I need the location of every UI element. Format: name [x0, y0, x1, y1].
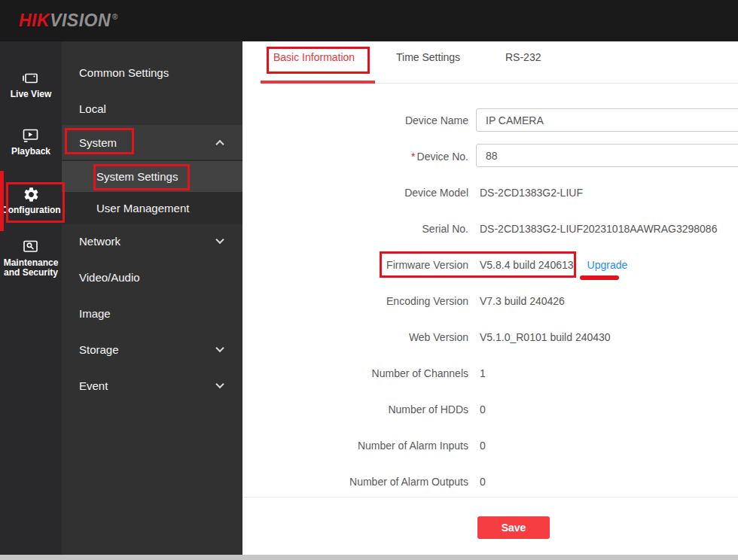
number-of-alarm-inputs-row: Number of Alarm Inputs 0 [242, 438, 738, 453]
hikvision-logo: HIKVISION® [19, 11, 118, 31]
menu-item-user-management[interactable]: User Management [62, 192, 242, 224]
nav-live-view[interactable]: Live View [0, 69, 62, 99]
logo-registered-mark: ® [112, 13, 118, 21]
menu-item-event[interactable]: Event [62, 369, 242, 402]
nav-configuration[interactable]: Configuration [0, 185, 62, 215]
menu-label: Storage [79, 343, 119, 356]
logo-hik-text: HIK [19, 11, 50, 30]
number-of-alarm-inputs-label: Number of Alarm Inputs [242, 440, 468, 452]
firmware-version-value: V5.8.4 build 240613 [480, 259, 574, 271]
menu-item-image[interactable]: Image [62, 297, 242, 330]
number-of-alarm-inputs-value: 0 [480, 440, 486, 452]
tab-rs-232[interactable]: RS-232 [505, 51, 541, 66]
number-of-channels-value: 1 [480, 367, 486, 379]
chevron-down-icon [215, 344, 224, 352]
top-header-bar: HIKVISION® [0, 0, 738, 41]
menu-label: Event [79, 379, 108, 392]
serial-no-row: Serial No. DS-2CD1383G2-LIUF20231018AAWR… [242, 221, 738, 236]
encoding-version-row: Encoding Version V7.3 build 240426 [242, 294, 738, 309]
menu-label: Network [79, 235, 120, 248]
playback-icon [21, 126, 41, 145]
number-of-alarm-outputs-row: Number of Alarm Outputs 0 [242, 474, 738, 489]
nav-live-view-label: Live View [2, 90, 60, 99]
firmware-version-row: Firmware Version V5.8.4 build 240613 Upg… [242, 257, 738, 272]
number-of-channels-label: Number of Channels [242, 367, 468, 379]
device-model-value: DS-2CD1383G2-LIUF [480, 187, 583, 199]
menu-label: System [79, 136, 117, 149]
menu-item-common-settings[interactable]: Common Settings [62, 56, 242, 89]
nav-configuration-label: Configuration [2, 205, 60, 215]
configuration-gear-icon [23, 185, 40, 203]
serial-no-value: DS-2CD1383G2-LIUF20231018AAWRAG3298086 [480, 223, 717, 235]
device-name-input[interactable] [476, 108, 738, 132]
encoding-version-label: Encoding Version [242, 295, 468, 307]
web-version-row: Web Version V5.1.0_R0101 build 240430 [242, 330, 738, 345]
live-view-camera-icon [21, 69, 41, 87]
menu-item-video-audio[interactable]: Video/Audio [62, 260, 242, 294]
device-no-input[interactable] [476, 144, 738, 167]
device-no-label: *Device No. [242, 151, 468, 163]
tab-basic-information[interactable]: Basic Information [273, 51, 355, 66]
menu-label: Local [79, 102, 106, 115]
nav-playback[interactable]: Playback [0, 126, 62, 157]
device-model-label: Device Model [242, 187, 468, 199]
menu-item-storage[interactable]: Storage [62, 333, 242, 366]
save-section-divider [242, 497, 738, 498]
bottom-scrollbar-track[interactable] [0, 555, 738, 560]
number-of-channels-row: Number of Channels 1 [242, 366, 738, 381]
logo-vision-text: VISION [50, 11, 111, 30]
menu-label: System Settings [96, 170, 178, 183]
menu-item-network[interactable]: Network [62, 224, 242, 257]
nav-playback-label: Playback [2, 147, 60, 157]
chevron-up-icon [215, 139, 224, 148]
menu-label: Video/Audio [79, 271, 140, 284]
tab-time-settings[interactable]: Time Settings [396, 51, 460, 66]
hikvision-config-page: HIKVISION® Live View Playbac [0, 0, 738, 560]
device-name-label: Device Name [242, 114, 468, 126]
active-tab-indicator [261, 81, 375, 84]
menu-label: Image [79, 307, 111, 320]
chevron-down-icon [215, 380, 224, 388]
required-asterisk: * [411, 151, 415, 163]
maintenance-security-icon [21, 238, 41, 256]
firmware-version-label: Firmware Version [242, 259, 468, 271]
web-version-value: V5.1.0_R0101 build 240430 [480, 331, 611, 343]
nav-maintenance-security[interactable]: Maintenance and Security [0, 238, 62, 278]
number-of-alarm-outputs-label: Number of Alarm Outputs [242, 476, 468, 488]
menu-label: User Management [96, 202, 189, 215]
web-version-label: Web Version [242, 331, 468, 343]
number-of-hdds-value: 0 [480, 403, 486, 415]
menu-label: Common Settings [79, 66, 169, 79]
number-of-hdds-row: Number of HDDs 0 [242, 402, 738, 417]
chevron-down-icon [215, 236, 224, 244]
menu-item-local[interactable]: Local [62, 92, 242, 125]
main-nav-rail: Live View Playback Configuration [0, 41, 62, 555]
save-button[interactable]: Save [477, 516, 550, 539]
upgrade-link[interactable]: Upgrade [587, 259, 628, 271]
menu-item-system-settings[interactable]: System Settings [62, 161, 242, 192]
device-model-row: Device Model DS-2CD1383G2-LIUF [242, 185, 738, 200]
number-of-hdds-label: Number of HDDs [242, 403, 468, 415]
encoding-version-value: V7.3 build 240426 [480, 295, 565, 307]
nav-maintenance-security-label: Maintenance and Security [2, 258, 60, 278]
number-of-alarm-outputs-value: 0 [480, 476, 486, 488]
serial-no-label: Serial No. [242, 223, 468, 235]
menu-item-system[interactable]: System [62, 126, 242, 160]
